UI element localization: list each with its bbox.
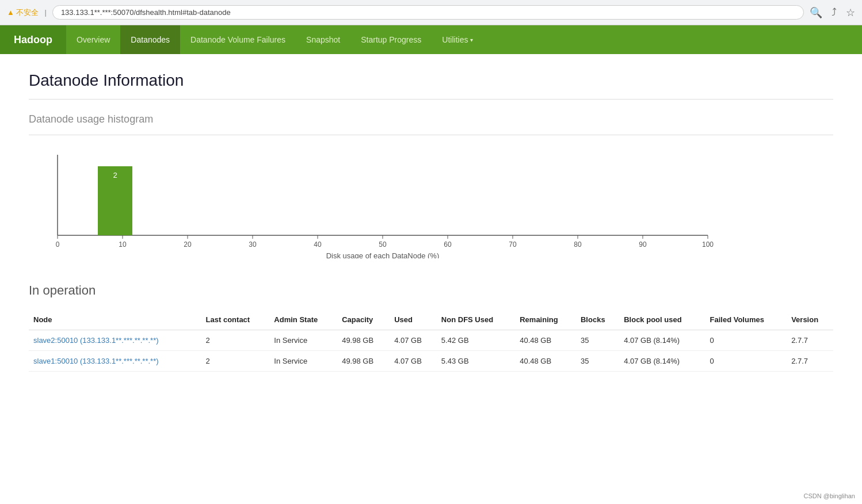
cell-blocks-1: 35 <box>576 351 619 372</box>
table-row: slave1:50010 (133.133.1**.***.**.**.**) … <box>29 351 833 372</box>
nav-item-datanode-volume-failures[interactable]: Datanode Volume Failures <box>180 25 296 54</box>
utilities-label: Utilities <box>442 35 468 44</box>
nav-link-startup-progress[interactable]: Startup Progress <box>350 25 432 54</box>
x-label-100: 100 <box>702 240 714 249</box>
col-blocks: Blocks <box>576 310 619 330</box>
col-node: Node <box>29 310 201 330</box>
x-label-20: 20 <box>184 240 192 249</box>
page-title: Datanode Information <box>29 71 833 90</box>
col-capacity: Capacity <box>337 310 390 330</box>
histogram-chart-wrapper: 2 0 10 20 30 40 50 <box>29 149 719 260</box>
cell-blocks-0: 35 <box>576 330 619 351</box>
cell-used-0: 4.07 GB <box>390 330 437 351</box>
nav-link-datanodes[interactable]: Datanodes <box>120 25 180 54</box>
nav-link-utilities[interactable]: Utilities ▾ <box>432 25 483 54</box>
histogram-section: Datanode usage histogram 2 0 <box>29 113 833 260</box>
nav-link-snapshot[interactable]: Snapshot <box>296 25 350 54</box>
cell-node-1[interactable]: slave1:50010 (133.133.1**.***.**.**.**) <box>29 351 201 372</box>
nav-link-datanode-volume-failures[interactable]: Datanode Volume Failures <box>180 25 296 54</box>
datanode-table: Node Last contact Admin State Capacity U… <box>29 310 833 372</box>
cell-capacity-0: 49.98 GB <box>337 330 390 351</box>
cell-remaining-1: 40.48 GB <box>515 351 576 372</box>
nav-link-overview[interactable]: Overview <box>66 25 120 54</box>
x-label-50: 50 <box>379 240 387 249</box>
cell-admin-state-0: In Service <box>269 330 337 351</box>
share-icon[interactable]: ⤴ <box>832 6 837 19</box>
x-label-80: 80 <box>574 240 582 249</box>
table-body: slave2:50010 (133.133.1**.***.**.**.**) … <box>29 330 833 372</box>
cell-last-contact-1: 2 <box>201 351 270 372</box>
in-operation-section: In operation Node Last contact Admin Sta… <box>29 283 833 372</box>
browser-bar: ▲ 不安全 | 🔍 ⤴ ☆ <box>0 0 862 25</box>
cell-last-contact-0: 2 <box>201 330 270 351</box>
col-version: Version <box>787 310 833 330</box>
col-non-dfs-used: Non DFS Used <box>437 310 515 330</box>
cell-version-1: 2.7.7 <box>787 351 833 372</box>
histogram-divider <box>29 135 833 135</box>
cell-block-pool-used-1: 4.07 GB (8.14%) <box>619 351 705 372</box>
col-remaining: Remaining <box>515 310 576 330</box>
url-separator: | <box>44 8 46 17</box>
col-admin-state: Admin State <box>269 310 337 330</box>
navbar-brand[interactable]: Hadoop <box>0 25 66 54</box>
cell-failed-volumes-1: 0 <box>705 351 787 372</box>
title-divider <box>29 99 833 100</box>
cell-non-dfs-used-0: 5.42 GB <box>437 330 515 351</box>
histogram-title: Datanode usage histogram <box>29 113 833 125</box>
cell-remaining-0: 40.48 GB <box>515 330 576 351</box>
x-label-70: 70 <box>509 240 517 249</box>
cell-block-pool-used-0: 4.07 GB (8.14%) <box>619 330 705 351</box>
x-label-40: 40 <box>314 240 322 249</box>
table-row: slave2:50010 (133.133.1**.***.**.**.**) … <box>29 330 833 351</box>
x-label-60: 60 <box>444 240 452 249</box>
x-label-0: 0 <box>56 240 60 249</box>
main-content: Datanode Information Datanode usage hist… <box>0 54 862 389</box>
browser-icons: 🔍 ⤴ ☆ <box>810 6 855 19</box>
bookmark-icon[interactable]: ☆ <box>846 6 855 19</box>
col-failed-volumes: Failed Volumes <box>705 310 787 330</box>
histogram-svg: 2 0 10 20 30 40 50 <box>29 149 719 258</box>
histogram-bar-label: 2 <box>113 171 117 180</box>
cell-admin-state-1: In Service <box>269 351 337 372</box>
navbar: Hadoop Overview Datanodes Datanode Volum… <box>0 25 862 54</box>
navbar-nav: Overview Datanodes Datanode Volume Failu… <box>66 25 483 54</box>
x-axis-title: Disk usage of each DataNode (%) <box>326 251 440 258</box>
table-header-row: Node Last contact Admin State Capacity U… <box>29 310 833 330</box>
nav-item-utilities[interactable]: Utilities ▾ <box>432 25 483 54</box>
cell-failed-volumes-0: 0 <box>705 330 787 351</box>
cell-capacity-1: 49.98 GB <box>337 351 390 372</box>
cell-version-0: 2.7.7 <box>787 330 833 351</box>
in-operation-title: In operation <box>29 283 833 298</box>
nav-item-datanodes[interactable]: Datanodes <box>120 25 180 54</box>
table-header: Node Last contact Admin State Capacity U… <box>29 310 833 330</box>
col-block-pool-used: Block pool used <box>619 310 705 330</box>
utilities-dropdown-arrow: ▾ <box>470 37 473 43</box>
nav-item-snapshot[interactable]: Snapshot <box>296 25 350 54</box>
nav-item-overview[interactable]: Overview <box>66 25 120 54</box>
x-label-30: 30 <box>249 240 257 249</box>
cell-node-0[interactable]: slave2:50010 (133.133.1**.***.**.**.**) <box>29 330 201 351</box>
security-warning: ▲ 不安全 <box>7 7 39 18</box>
col-used: Used <box>390 310 437 330</box>
cell-used-1: 4.07 GB <box>390 351 437 372</box>
warning-text: 不安全 <box>16 8 39 17</box>
search-icon[interactable]: 🔍 <box>810 6 822 19</box>
x-label-90: 90 <box>639 240 647 249</box>
x-label-10: 10 <box>119 240 127 249</box>
col-last-contact: Last contact <box>201 310 270 330</box>
nav-item-startup-progress[interactable]: Startup Progress <box>350 25 432 54</box>
address-bar[interactable] <box>52 5 804 20</box>
cell-non-dfs-used-1: 5.43 GB <box>437 351 515 372</box>
